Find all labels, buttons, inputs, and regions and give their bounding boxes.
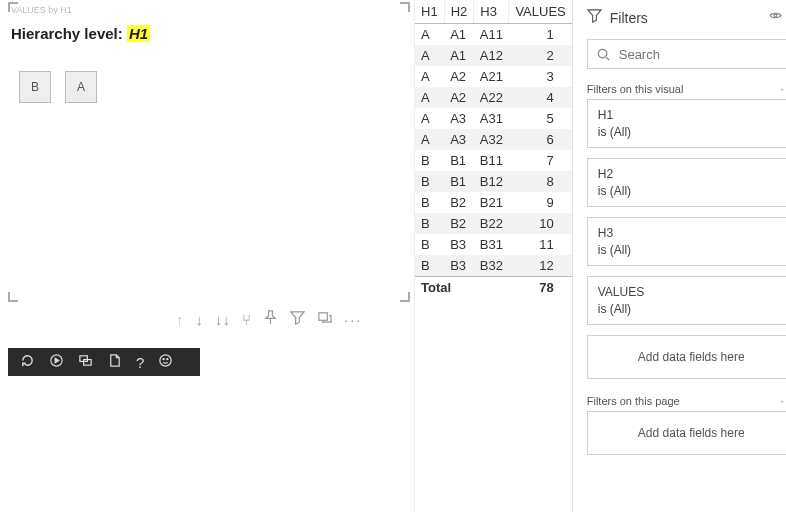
table-row[interactable]: AA2A213 [415,66,572,87]
table-cell: B31 [474,234,509,255]
table-cell: B1 [444,171,474,192]
selection-handle-tl[interactable] [8,2,18,12]
table-cell: 12 [509,255,572,277]
expand-hierarchy-icon[interactable]: ⑂ [242,311,251,328]
table-cell: B [415,192,444,213]
table-cell: 9 [509,192,572,213]
table-cell: A2 [444,87,474,108]
visual-button-b[interactable]: B [19,71,51,103]
table-cell: B [415,255,444,277]
filters-pane-title: Filters [610,10,648,26]
table-cell: A3 [444,108,474,129]
bottom-toolbar: ? [8,348,200,376]
expand-all-icon[interactable]: ↓↓ [215,311,230,328]
filter-summary: is (All) [598,243,785,257]
filter-name: H3 [598,226,785,240]
add-page-filter-dropzone[interactable]: Add data fields here [587,411,786,455]
section-visual-title: Filters on this visual [587,83,684,95]
table-cell: 1 [509,24,572,46]
feedback-smile-icon[interactable] [158,353,173,371]
table-cell: A3 [444,129,474,150]
add-visual-filter-dropzone[interactable]: Add data fields here [587,335,786,379]
table-cell: A [415,24,444,46]
search-icon [596,47,611,62]
table-cell: B3 [444,234,474,255]
drill-up-icon[interactable]: ↑ [176,311,184,328]
filter-name: H2 [598,167,785,181]
table-cell: A [415,108,444,129]
selection-handle-bl[interactable] [8,292,18,302]
col-h3[interactable]: H3 [474,0,509,24]
table-row[interactable]: BB2B2210 [415,213,572,234]
filter-card[interactable]: H2is (All) [587,158,786,207]
filter-card[interactable]: VALUESis (All) [587,276,786,325]
hierarchy-value: H1 [127,25,150,42]
help-icon[interactable]: ? [136,354,144,371]
table-row[interactable]: AA1A111 [415,24,572,46]
more-options-icon[interactable]: ··· [344,311,363,328]
table-cell: 5 [509,108,572,129]
table-cell: A1 [444,24,474,46]
filter-card[interactable]: H3is (All) [587,217,786,266]
filter-card[interactable]: H1is (All) [587,99,786,148]
col-values[interactable]: VALUES [509,0,572,24]
focus-mode-icon[interactable] [317,310,332,328]
col-h2[interactable]: H2 [444,0,474,24]
table-total-row: Total78 [415,277,572,299]
svg-point-7 [774,14,777,17]
table-cell: B1 [444,150,474,171]
svg-point-6 [167,359,168,360]
table-row[interactable]: AA1A122 [415,45,572,66]
table-row[interactable]: AA3A315 [415,108,572,129]
copy-screens-icon[interactable] [78,353,93,371]
refresh-icon[interactable] [20,353,35,371]
table-cell: B [415,213,444,234]
table-row[interactable]: AA2A224 [415,87,572,108]
filter-search-input[interactable] [619,47,786,62]
filter-summary: is (All) [598,125,785,139]
table-cell: 2 [509,45,572,66]
table-row[interactable]: BB3B3212 [415,255,572,277]
table-cell: 8 [509,171,572,192]
selection-handle-br[interactable] [400,292,410,302]
table-cell: A [415,129,444,150]
table-row[interactable]: BB2B219 [415,192,572,213]
table-row[interactable]: AA3A326 [415,129,572,150]
table-cell: A22 [474,87,509,108]
table-cell: B2 [444,213,474,234]
show-pane-icon[interactable] [768,8,783,27]
table-cell: B3 [444,255,474,277]
table-cell: A31 [474,108,509,129]
visual-button-a[interactable]: A [65,71,97,103]
hierarchy-label: Hierarchy level: [11,25,127,42]
table-cell: A [415,87,444,108]
table-row[interactable]: BB1B128 [415,171,572,192]
drill-down-icon[interactable]: ↓ [196,311,204,328]
filter-summary: is (All) [598,184,785,198]
table-row[interactable]: BB1B117 [415,150,572,171]
svg-point-4 [160,355,171,366]
table-cell: B22 [474,213,509,234]
svg-point-5 [163,359,164,360]
filter-search[interactable] [587,39,786,69]
table-row[interactable]: BB3B3111 [415,234,572,255]
table-cell: 4 [509,87,572,108]
new-page-icon[interactable] [107,353,122,371]
filter-icon[interactable] [290,310,305,328]
table-cell: B [415,150,444,171]
table-cell: A [415,66,444,87]
table-cell: A1 [444,45,474,66]
visual-toolbar: ↑ ↓ ↓↓ ⑂ ··· [176,310,410,328]
col-h1[interactable]: H1 [415,0,444,24]
visual-card[interactable]: VALUES by H1 Hierarchy level: H1 B A [8,2,410,302]
selection-handle-tr[interactable] [400,2,410,12]
svg-rect-0 [319,313,327,321]
table-cell: B [415,171,444,192]
pin-icon[interactable] [263,310,278,328]
play-icon[interactable] [49,353,64,371]
table-cell: B12 [474,171,509,192]
section-page-more-icon[interactable]: ··· [781,395,786,407]
section-visual-more-icon[interactable]: ··· [781,83,786,95]
total-label: Total [415,277,509,299]
table-cell: 6 [509,129,572,150]
